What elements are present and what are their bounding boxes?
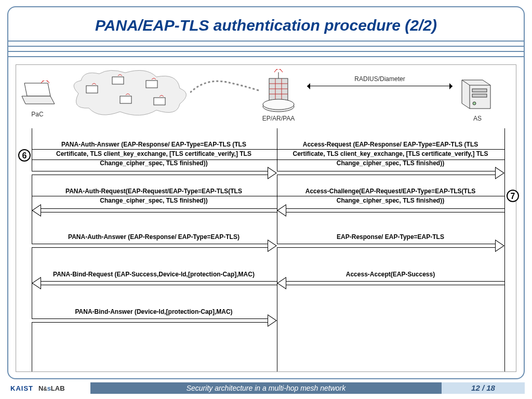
server-icon bbox=[457, 72, 498, 114]
divider bbox=[277, 196, 504, 196]
arrow-right-icon bbox=[277, 169, 504, 177]
svg-rect-3 bbox=[146, 81, 157, 88]
link-label-radius: RADIUS/Diameter bbox=[307, 75, 453, 83]
logo-nslab: N&sLAB bbox=[38, 384, 65, 392]
footer-subtitle: Security architecture in a multi-hop mes… bbox=[90, 382, 442, 394]
node-label-pac: PaC bbox=[19, 111, 56, 118]
lifeline-ep bbox=[277, 128, 277, 371]
svg-rect-6 bbox=[269, 78, 288, 100]
step-7-marker: 7 bbox=[507, 190, 519, 202]
step-6-marker: 6 bbox=[18, 149, 31, 162]
msg-text: Certificate, TLS client_key_exchange, [T… bbox=[293, 150, 488, 157]
msg-8-right: EAP-Response/ EAP-Type=EAP-TLS bbox=[280, 232, 501, 242]
msg-9-right: Access-Accept(EAP-Success) bbox=[280, 270, 501, 279]
logo-kaist: KAIST bbox=[10, 384, 33, 392]
msg-text: PANA-Auth-Answer (EAP-Response/ EAP-Type… bbox=[61, 141, 246, 148]
header-decor-lines bbox=[8, 41, 524, 62]
arrow-right-icon bbox=[32, 316, 277, 325]
mesh-cloud-icon bbox=[68, 68, 193, 119]
arrow-right-icon bbox=[32, 242, 277, 250]
svg-point-13 bbox=[263, 99, 294, 110]
svg-point-16 bbox=[473, 102, 476, 105]
arrow-left-icon bbox=[277, 206, 504, 215]
svg-rect-2 bbox=[120, 96, 131, 103]
msg-text: Access-Request (EAP-Response/ EAP-Type=E… bbox=[303, 141, 478, 148]
slide-frame: PANA/EAP-TLS authentication procedure (2… bbox=[7, 6, 525, 379]
sequence-diagram: 6 7 PANA-Auth-Answer (EAP-Response/ EAP-… bbox=[16, 128, 516, 371]
slide-footer: KAIST N&sLAB Security architecture in a … bbox=[7, 382, 525, 394]
laptop-icon bbox=[19, 81, 56, 109]
divider bbox=[32, 149, 277, 150]
topology-row: PaC bbox=[16, 65, 516, 128]
node-label-as: AS bbox=[457, 115, 498, 122]
arrow-left-icon bbox=[32, 206, 277, 215]
msg-text: PANA-Auth-Answer (EAP-Response/ EAP-Type… bbox=[68, 233, 240, 241]
lifeline-pac bbox=[32, 128, 32, 371]
svg-rect-15 bbox=[472, 94, 487, 97]
divider bbox=[277, 159, 504, 160]
msg-text: Access-Challenge(EAP-Request/EAP-Type=EA… bbox=[305, 188, 476, 195]
router-firewall-icon bbox=[258, 69, 299, 116]
arrow-left-icon bbox=[277, 279, 504, 287]
msg-8-left: PANA-Auth-Answer (EAP-Response/ EAP-Type… bbox=[34, 232, 273, 242]
msg-text: Change_cipher_spec, TLS finished)) bbox=[100, 159, 207, 167]
node-label-ep: EP/AR/PAA bbox=[250, 115, 307, 122]
divider bbox=[277, 149, 504, 150]
msg-text: Change_cipher_spec, TLS finished)) bbox=[337, 197, 444, 204]
msg-6-left: PANA-Auth-Answer (EAP-Response/ EAP-Type… bbox=[34, 140, 273, 168]
arrow-right-icon bbox=[277, 242, 504, 250]
arrow-right-icon bbox=[32, 169, 277, 177]
divider bbox=[32, 196, 277, 196]
slide-title: PANA/EAP-TLS authentication procedure (2… bbox=[8, 17, 524, 34]
msg-9-left: PANA-Bind-Request (EAP-Success,Device-Id… bbox=[34, 270, 273, 279]
msg-text: EAP-Response/ EAP-Type=EAP-TLS bbox=[337, 233, 444, 241]
divider bbox=[32, 159, 277, 160]
svg-rect-4 bbox=[154, 98, 165, 105]
msg-6-right: Access-Request (EAP-Response/ EAP-Type=E… bbox=[280, 140, 501, 168]
arrow-left-icon bbox=[32, 279, 277, 287]
content-area: PaC bbox=[16, 64, 516, 372]
msg-text: Access-Accept(EAP-Success) bbox=[346, 271, 435, 278]
svg-rect-0 bbox=[86, 86, 98, 93]
svg-rect-14 bbox=[472, 89, 487, 92]
msg-text: PANA-Auth-Request(EAP-Request/EAP-Type=E… bbox=[65, 188, 242, 195]
msg-10-left: PANA-Bind-Answer (Device-Id,[protection-… bbox=[34, 307, 273, 316]
page-number: 12 / 18 bbox=[442, 382, 525, 394]
svg-rect-1 bbox=[112, 77, 124, 84]
footer-logos: KAIST N&sLAB bbox=[7, 382, 90, 394]
chain-link-icon bbox=[190, 73, 260, 99]
msg-text: Change_cipher_spec, TLS finished)) bbox=[337, 159, 444, 167]
msg-text: PANA-Bind-Request (EAP-Success,Device-Id… bbox=[53, 271, 255, 278]
radius-diameter-link bbox=[307, 86, 453, 86]
msg-text: Certificate, TLS client_key_exchange, [T… bbox=[56, 150, 251, 157]
msg-text: Change_cipher_spec, TLS finished)) bbox=[100, 197, 207, 204]
lifeline-as bbox=[504, 128, 505, 371]
msg-text: PANA-Bind-Answer (Device-Id,[protection-… bbox=[75, 308, 232, 315]
